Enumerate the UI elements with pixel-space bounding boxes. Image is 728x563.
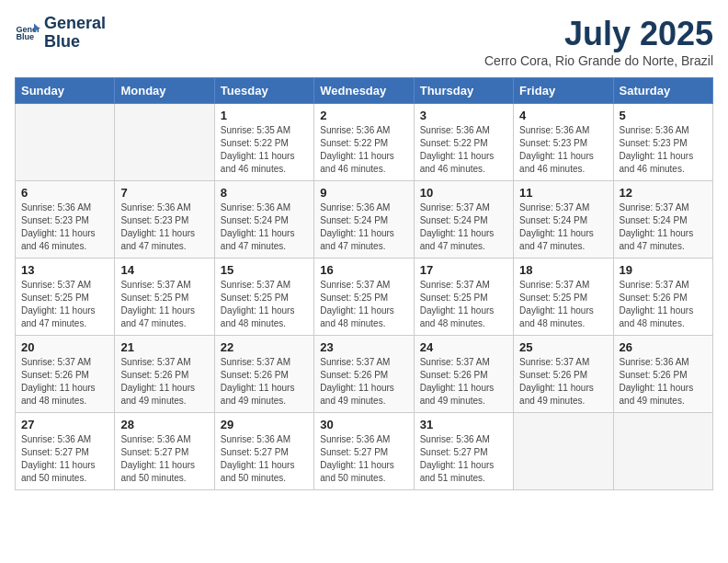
- day-number: 12: [620, 186, 707, 200]
- day-info: Sunrise: 5:37 AM Sunset: 5:25 PM Dayligh…: [21, 279, 108, 330]
- day-number: 16: [320, 263, 407, 277]
- day-info: Sunrise: 5:37 AM Sunset: 5:25 PM Dayligh…: [420, 279, 507, 330]
- calendar-week-row: 6Sunrise: 5:36 AM Sunset: 5:23 PM Daylig…: [16, 181, 713, 259]
- day-number: 30: [320, 418, 407, 431]
- day-number: 31: [420, 418, 507, 431]
- calendar-cell: 15Sunrise: 5:37 AM Sunset: 5:25 PM Dayli…: [214, 259, 313, 336]
- calendar-cell: 23Sunrise: 5:37 AM Sunset: 5:26 PM Dayli…: [314, 336, 414, 413]
- calendar-cell: 21Sunrise: 5:37 AM Sunset: 5:26 PM Dayli…: [115, 336, 214, 413]
- title-block: July 2025 Cerro Cora, Rio Grande do Nort…: [484, 15, 713, 68]
- day-info: Sunrise: 5:37 AM Sunset: 5:25 PM Dayligh…: [519, 279, 607, 330]
- calendar-cell: 5Sunrise: 5:36 AM Sunset: 5:23 PM Daylig…: [613, 104, 712, 181]
- calendar-cell: 19Sunrise: 5:37 AM Sunset: 5:26 PM Dayli…: [613, 259, 712, 336]
- day-info: Sunrise: 5:36 AM Sunset: 5:23 PM Dayligh…: [120, 201, 208, 253]
- calendar-cell: 3Sunrise: 5:36 AM Sunset: 5:22 PM Daylig…: [414, 104, 513, 181]
- calendar-header-row: SundayMondayTuesdayWednesdayThursdayFrid…: [16, 78, 713, 104]
- day-number: 25: [519, 340, 607, 354]
- day-info: Sunrise: 5:37 AM Sunset: 5:25 PM Dayligh…: [120, 279, 208, 330]
- day-number: 29: [221, 418, 308, 431]
- day-number: 11: [519, 186, 607, 200]
- day-info: Sunrise: 5:37 AM Sunset: 5:24 PM Dayligh…: [620, 201, 707, 253]
- logo-icon: General Blue: [15, 20, 40, 46]
- calendar-cell: 14Sunrise: 5:37 AM Sunset: 5:25 PM Dayli…: [115, 259, 214, 336]
- day-info: Sunrise: 5:36 AM Sunset: 5:23 PM Dayligh…: [620, 124, 707, 176]
- day-number: 26: [620, 340, 707, 354]
- day-number: 15: [221, 263, 308, 277]
- calendar-cell: 30Sunrise: 5:36 AM Sunset: 5:27 PM Dayli…: [314, 413, 414, 490]
- calendar-cell: [115, 104, 214, 181]
- calendar-table: SundayMondayTuesdayWednesdayThursdayFrid…: [15, 77, 713, 490]
- calendar-cell: 18Sunrise: 5:37 AM Sunset: 5:25 PM Dayli…: [514, 259, 613, 336]
- day-info: Sunrise: 5:37 AM Sunset: 5:26 PM Dayligh…: [221, 356, 308, 408]
- column-header-wednesday: Wednesday: [314, 78, 414, 104]
- column-header-tuesday: Tuesday: [214, 78, 313, 104]
- calendar-cell: 8Sunrise: 5:36 AM Sunset: 5:24 PM Daylig…: [214, 181, 313, 259]
- day-info: Sunrise: 5:35 AM Sunset: 5:22 PM Dayligh…: [221, 124, 308, 176]
- calendar-week-row: 13Sunrise: 5:37 AM Sunset: 5:25 PM Dayli…: [16, 259, 713, 336]
- day-info: Sunrise: 5:36 AM Sunset: 5:24 PM Dayligh…: [221, 201, 308, 253]
- logo-text: General Blue: [44, 15, 106, 52]
- calendar-cell: 24Sunrise: 5:37 AM Sunset: 5:26 PM Dayli…: [414, 336, 513, 413]
- day-number: 27: [21, 418, 108, 431]
- day-info: Sunrise: 5:36 AM Sunset: 5:27 PM Dayligh…: [221, 433, 308, 485]
- day-number: 5: [620, 109, 707, 122]
- day-number: 23: [320, 340, 407, 354]
- day-info: Sunrise: 5:36 AM Sunset: 5:27 PM Dayligh…: [320, 433, 407, 485]
- day-info: Sunrise: 5:36 AM Sunset: 5:23 PM Dayligh…: [21, 201, 108, 253]
- calendar-cell: 7Sunrise: 5:36 AM Sunset: 5:23 PM Daylig…: [115, 181, 214, 259]
- calendar-cell: 22Sunrise: 5:37 AM Sunset: 5:26 PM Dayli…: [214, 336, 313, 413]
- column-header-sunday: Sunday: [16, 78, 115, 104]
- calendar-cell: 26Sunrise: 5:36 AM Sunset: 5:26 PM Dayli…: [613, 336, 712, 413]
- day-number: 3: [420, 109, 507, 122]
- day-info: Sunrise: 5:36 AM Sunset: 5:27 PM Dayligh…: [21, 433, 108, 485]
- day-info: Sunrise: 5:37 AM Sunset: 5:25 PM Dayligh…: [320, 279, 407, 330]
- calendar-week-row: 1Sunrise: 5:35 AM Sunset: 5:22 PM Daylig…: [16, 104, 713, 181]
- day-number: 10: [420, 186, 507, 200]
- day-info: Sunrise: 5:37 AM Sunset: 5:26 PM Dayligh…: [620, 279, 707, 330]
- column-header-friday: Friday: [514, 78, 613, 104]
- day-number: 14: [120, 263, 208, 277]
- calendar-cell: 28Sunrise: 5:36 AM Sunset: 5:27 PM Dayli…: [115, 413, 214, 490]
- day-number: 9: [320, 186, 407, 200]
- day-number: 6: [21, 186, 108, 200]
- calendar-cell: 1Sunrise: 5:35 AM Sunset: 5:22 PM Daylig…: [214, 104, 313, 181]
- day-number: 2: [320, 109, 407, 122]
- svg-text:Blue: Blue: [16, 32, 34, 41]
- day-info: Sunrise: 5:36 AM Sunset: 5:26 PM Dayligh…: [620, 356, 707, 408]
- location: Cerro Cora, Rio Grande do Norte, Brazil: [484, 53, 713, 68]
- calendar-cell: 10Sunrise: 5:37 AM Sunset: 5:24 PM Dayli…: [414, 181, 513, 259]
- day-number: 17: [420, 263, 507, 277]
- day-number: 19: [620, 263, 707, 277]
- calendar-cell: 2Sunrise: 5:36 AM Sunset: 5:22 PM Daylig…: [314, 104, 414, 181]
- day-number: 13: [21, 263, 108, 277]
- day-info: Sunrise: 5:37 AM Sunset: 5:26 PM Dayligh…: [21, 356, 108, 408]
- page-header: General Blue General Blue July 2025 Cerr…: [15, 15, 713, 68]
- day-info: Sunrise: 5:37 AM Sunset: 5:26 PM Dayligh…: [320, 356, 407, 408]
- day-info: Sunrise: 5:37 AM Sunset: 5:26 PM Dayligh…: [519, 356, 607, 408]
- day-info: Sunrise: 5:36 AM Sunset: 5:24 PM Dayligh…: [320, 201, 407, 253]
- calendar-cell: 27Sunrise: 5:36 AM Sunset: 5:27 PM Dayli…: [16, 413, 115, 490]
- column-header-saturday: Saturday: [613, 78, 712, 104]
- day-number: 21: [120, 340, 208, 354]
- logo: General Blue General Blue: [15, 15, 106, 52]
- calendar-cell: 13Sunrise: 5:37 AM Sunset: 5:25 PM Dayli…: [16, 259, 115, 336]
- calendar-cell: 20Sunrise: 5:37 AM Sunset: 5:26 PM Dayli…: [16, 336, 115, 413]
- day-number: 20: [21, 340, 108, 354]
- calendar-cell: 9Sunrise: 5:36 AM Sunset: 5:24 PM Daylig…: [314, 181, 414, 259]
- calendar-cell: 12Sunrise: 5:37 AM Sunset: 5:24 PM Dayli…: [613, 181, 712, 259]
- calendar-cell: 31Sunrise: 5:36 AM Sunset: 5:27 PM Dayli…: [414, 413, 513, 490]
- calendar-cell: 11Sunrise: 5:37 AM Sunset: 5:24 PM Dayli…: [514, 181, 613, 259]
- calendar-week-row: 20Sunrise: 5:37 AM Sunset: 5:26 PM Dayli…: [16, 336, 713, 413]
- column-header-thursday: Thursday: [414, 78, 513, 104]
- day-info: Sunrise: 5:36 AM Sunset: 5:22 PM Dayligh…: [320, 124, 407, 176]
- day-info: Sunrise: 5:37 AM Sunset: 5:24 PM Dayligh…: [519, 201, 607, 253]
- day-info: Sunrise: 5:36 AM Sunset: 5:22 PM Dayligh…: [420, 124, 507, 176]
- calendar-week-row: 27Sunrise: 5:36 AM Sunset: 5:27 PM Dayli…: [16, 413, 713, 490]
- day-number: 24: [420, 340, 507, 354]
- day-info: Sunrise: 5:36 AM Sunset: 5:23 PM Dayligh…: [519, 124, 607, 176]
- day-number: 28: [120, 418, 208, 431]
- day-info: Sunrise: 5:37 AM Sunset: 5:24 PM Dayligh…: [420, 201, 507, 253]
- day-number: 8: [221, 186, 308, 200]
- calendar-cell: 4Sunrise: 5:36 AM Sunset: 5:23 PM Daylig…: [514, 104, 613, 181]
- day-number: 22: [221, 340, 308, 354]
